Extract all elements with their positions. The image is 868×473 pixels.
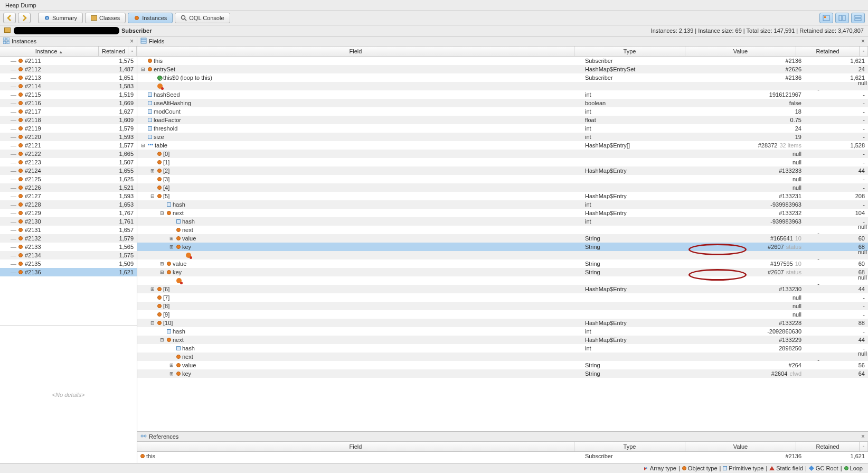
instance-row[interactable]: — #21221,665 xyxy=(0,150,137,158)
reference-row[interactable]: thisSubscriber#21361,621 xyxy=(137,452,868,460)
field-row[interactable]: null- xyxy=(137,82,868,90)
field-row[interactable]: ⊞ valueString#1975951060 xyxy=(137,259,868,268)
field-row[interactable]: ⊟ entrySetHashMap$EntrySet#262624 xyxy=(137,65,868,73)
field-row[interactable]: ⊟ tableHashMap$Entry[]#2837232 items1,52… xyxy=(137,141,868,150)
col-field[interactable]: Field xyxy=(137,47,574,56)
field-row[interactable]: loadFactorfloat0.75- xyxy=(137,116,868,124)
instance-row[interactable]: — #21121,487 xyxy=(0,65,137,73)
field-row[interactable]: ⊞ [2]HashMap$Entry#13323344 xyxy=(137,166,868,175)
close-instances-pane[interactable]: × xyxy=(130,38,134,45)
field-row[interactable]: [8]null- xyxy=(137,302,868,310)
forward-button[interactable] xyxy=(18,13,31,23)
tree-collapse[interactable]: ⊟ xyxy=(150,194,155,199)
col-type-r[interactable]: Type xyxy=(574,442,685,451)
tree-collapse[interactable]: ⊟ xyxy=(159,211,164,216)
field-row[interactable]: nextnull- xyxy=(137,353,868,361)
field-row[interactable]: ⊟ nextHashMap$Entry#133232104 xyxy=(137,209,868,217)
col-retained-f[interactable]: Retained xyxy=(796,47,860,56)
instance-row[interactable]: — #21301,761 xyxy=(0,217,137,226)
field-row[interactable]: null- xyxy=(137,276,868,285)
col-retained[interactable]: Retained xyxy=(99,47,128,56)
instance-row[interactable]: — #21171,627 xyxy=(0,107,137,116)
tree-expand[interactable]: ⊞ xyxy=(169,245,174,249)
instance-row[interactable]: — #21151,519 xyxy=(0,90,137,99)
field-row[interactable]: [3]null- xyxy=(137,175,868,183)
close-references-pane[interactable]: × xyxy=(861,433,865,440)
instance-row[interactable]: — #21111,575 xyxy=(0,57,137,65)
instance-row[interactable]: — #21241,655 xyxy=(0,166,137,175)
tab-oql[interactable]: OQL Console xyxy=(175,13,230,23)
field-row[interactable]: useAltHashingbooleanfalse- xyxy=(137,99,868,107)
field-row[interactable]: modCountint18- xyxy=(137,107,868,116)
tree-expand[interactable]: ⊞ xyxy=(159,262,164,266)
field-row[interactable]: [0]null- xyxy=(137,150,868,158)
field-row[interactable]: [1]null- xyxy=(137,158,868,166)
back-button[interactable] xyxy=(3,13,16,23)
field-row[interactable]: null- xyxy=(137,251,868,259)
col-instance[interactable]: Instance ▲ xyxy=(0,47,99,56)
instance-row[interactable]: — #21231,507 xyxy=(0,158,137,166)
col-settings-r[interactable] xyxy=(860,442,868,451)
instance-row[interactable]: — #21271,593 xyxy=(0,192,137,200)
field-row[interactable]: hashint-939983963- xyxy=(137,217,868,226)
instance-row[interactable]: — #21191,579 xyxy=(0,124,137,133)
field-row[interactable]: ⊟ [5]HashMap$Entry#133231208 xyxy=(137,192,868,200)
col-settings[interactable] xyxy=(128,47,137,56)
instance-row[interactable]: — #21361,621 xyxy=(0,268,137,276)
field-row[interactable]: ⊞ valueString#1656411060 xyxy=(137,234,868,243)
tree-expand[interactable]: ⊞ xyxy=(169,372,174,376)
field-row[interactable]: hashint-939983963- xyxy=(137,200,868,209)
instance-row[interactable]: — #21181,609 xyxy=(0,116,137,124)
col-value[interactable]: Value xyxy=(685,47,796,56)
tab-instances[interactable]: Instances xyxy=(128,13,173,23)
col-type[interactable]: Type xyxy=(574,47,685,56)
field-row[interactable]: sizeint19- xyxy=(137,133,868,141)
tree-collapse[interactable]: ⊟ xyxy=(140,143,145,148)
col-retained-r[interactable]: Retained xyxy=(796,442,860,451)
field-row[interactable]: this$0 (loop to this)Subscriber#21361,62… xyxy=(137,73,868,82)
toolbar-action-3[interactable] xyxy=(851,13,865,23)
instance-row[interactable]: — #21211,577 xyxy=(0,141,137,150)
field-row[interactable]: thisSubscriber#21361,621 xyxy=(137,57,868,65)
field-row[interactable]: [7]null- xyxy=(137,293,868,302)
instance-row[interactable]: — #21311,657 xyxy=(0,226,137,234)
field-row[interactable]: [4]null- xyxy=(137,183,868,192)
tree-expand[interactable]: ⊞ xyxy=(159,270,164,275)
field-row[interactable]: ⊞ keyString#2607status68 xyxy=(137,268,868,276)
tree-expand[interactable]: ⊞ xyxy=(150,169,155,173)
instance-row[interactable]: — #21201,593 xyxy=(0,133,137,141)
references-list[interactable]: thisSubscriber#21361,621 xyxy=(137,452,868,463)
instance-row[interactable]: — #21351,509 xyxy=(0,259,137,268)
col-value-r[interactable]: Value xyxy=(685,442,796,451)
close-fields-pane[interactable]: × xyxy=(861,38,865,45)
instance-row[interactable]: — #21341,575 xyxy=(0,251,137,259)
field-row[interactable]: [9]null- xyxy=(137,310,868,319)
field-row[interactable]: hashint2898250- xyxy=(137,344,868,353)
toolbar-action-2[interactable] xyxy=(835,13,849,23)
field-row[interactable]: ⊞ keyString#2604cfwd64 xyxy=(137,369,868,378)
tree-expand[interactable]: ⊞ xyxy=(150,287,155,292)
field-row[interactable]: ⊞ keyString#2607status68 xyxy=(137,243,868,251)
tree-expand[interactable]: ⊞ xyxy=(169,236,174,241)
tab-classes[interactable]: Classes xyxy=(85,13,126,23)
tree-collapse[interactable]: ⊟ xyxy=(150,321,155,326)
instance-row[interactable]: — #21251,625 xyxy=(0,175,137,183)
field-row[interactable]: hashSeedint1916121967- xyxy=(137,90,868,99)
instances-list[interactable]: — #21111,575— #21121,487— #21131,651— #2… xyxy=(0,57,137,326)
instance-row[interactable]: — #21281,653 xyxy=(0,200,137,209)
instance-row[interactable]: — #21331,565 xyxy=(0,243,137,251)
col-settings-f[interactable] xyxy=(860,47,868,56)
field-row[interactable]: ⊞ valueString#26456 xyxy=(137,361,868,369)
field-row[interactable]: ⊞ [6]HashMap$Entry#13323044 xyxy=(137,285,868,293)
instance-row[interactable]: — #21261,521 xyxy=(0,183,137,192)
tree-collapse[interactable]: ⊟ xyxy=(140,67,145,72)
field-row[interactable]: thresholdint24- xyxy=(137,124,868,133)
instance-row[interactable]: — #21161,669 xyxy=(0,99,137,107)
tab-summary[interactable]: i Summary xyxy=(38,13,83,23)
instance-row[interactable]: — #21291,767 xyxy=(0,209,137,217)
field-row[interactable]: ⊟ nextHashMap$Entry#13322944 xyxy=(137,336,868,344)
instance-row[interactable]: — #21321,579 xyxy=(0,234,137,243)
col-field-r[interactable]: Field xyxy=(137,442,574,451)
tree-collapse[interactable]: ⊟ xyxy=(159,338,164,342)
instance-row[interactable]: — #21141,583 xyxy=(0,82,137,90)
